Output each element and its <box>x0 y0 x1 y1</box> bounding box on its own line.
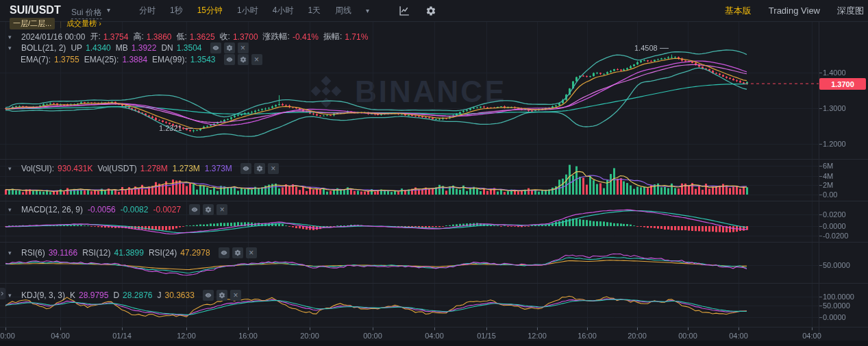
tab-interval-1w[interactable]: 周线 <box>335 5 351 16</box>
left-panel-expander[interactable]: › <box>0 288 5 299</box>
ohlc-legend-row: ▾ 2024/01/16 00:00 开:1.3754 高:1.3860 低:1… <box>8 31 368 42</box>
ema-legend-row: EMA(7):1.3755 EMA(25):1.3884 EMA(99):1.3… <box>21 54 262 65</box>
kdj-visibility-eye-icon[interactable] <box>203 290 214 301</box>
high-label: 高: <box>133 31 143 42</box>
kdj-d-label: D <box>113 291 119 300</box>
boll-visibility-eye-icon[interactable] <box>210 42 221 53</box>
pane-separator-rsi-kdj <box>0 283 868 284</box>
chart-toolbar: SUI/USDT Sui 价格 ▾ 分时 1秒 15分钟 1小时 4小时 1天 … <box>0 0 868 21</box>
macd-close-x-icon[interactable]: × <box>216 204 227 215</box>
ohlc-collapse-caret-icon[interactable]: ▾ <box>8 34 16 40</box>
tier-tag[interactable]: 一层/二层... <box>10 18 55 29</box>
chart-settings-gear-icon[interactable] <box>425 5 436 16</box>
open-value: 1.3754 <box>103 32 129 42</box>
vol-collapse-caret-icon[interactable]: ▾ <box>8 165 16 172</box>
ema25-value: 1.3884 <box>122 55 147 64</box>
amplitude-value: 1.71% <box>345 32 368 42</box>
ema-close-x-icon[interactable]: × <box>251 54 262 65</box>
amplitude-label: 振幅: <box>323 31 342 42</box>
rsi-axis-tick-label: 50.0000 <box>823 261 850 269</box>
time-axis-tick-label: 16:00 <box>578 332 597 340</box>
macd-settings-gear-icon[interactable] <box>203 204 214 215</box>
price-axis-tick-label: 1.2000 <box>823 140 846 148</box>
vol-usdt-value: 1.278M <box>140 164 168 173</box>
volume-legend-row: ▾ Vol(SUI):930.431K Vol(USDT)1.278M 1.27… <box>8 163 279 174</box>
boll-legend-row: ▾ BOLL(21, 2) UP1.4340 MB1.3922 DN1.3504… <box>8 42 249 53</box>
rsi-collapse-caret-icon[interactable]: ▾ <box>8 249 16 256</box>
boll-close-x-icon[interactable]: × <box>238 42 249 53</box>
tab-interval-1h[interactable]: 1小时 <box>237 5 258 16</box>
vol-visibility-eye-icon[interactable] <box>240 163 251 174</box>
time-axis-tick-label: 20:00 <box>628 332 647 340</box>
open-label: 开: <box>90 31 100 42</box>
kdj-k-label: K <box>70 291 75 300</box>
macd-visibility-eye-icon[interactable] <box>189 204 200 215</box>
tag-divider: | <box>60 20 62 28</box>
change-label: 涨跌幅: <box>263 31 290 42</box>
high-price-annotation: 1.4508 <box>634 44 669 52</box>
kdj-close-x-icon[interactable]: × <box>230 290 241 301</box>
time-axis-tick-label: 00:00 <box>678 332 697 340</box>
tab-interval-fenshi[interactable]: 分时 <box>139 5 156 16</box>
close-label: 收: <box>220 31 230 42</box>
kdj-d-value: 28.2876 <box>123 291 152 300</box>
rsi24-value: 47.2978 <box>180 248 210 258</box>
volume-axis-tick-label: 4M <box>823 172 833 180</box>
boll-collapse-caret-icon[interactable]: ▾ <box>8 45 16 51</box>
macd-collapse-caret-icon[interactable]: ▾ <box>8 206 16 213</box>
macd-hist-value: -0.0027 <box>153 205 181 214</box>
tab-basic-version[interactable]: 基本版 <box>725 5 752 17</box>
macd-legend-row: ▾ MACD(12, 26, 9) -0.0056 -0.0082 -0.002… <box>8 204 227 215</box>
kdj-settings-gear-icon[interactable] <box>216 290 227 301</box>
symbol-dropdown-caret-icon[interactable]: ▾ <box>107 6 110 14</box>
vol-settings-gear-icon[interactable] <box>254 163 265 174</box>
rsi-visibility-eye-icon[interactable] <box>219 247 230 258</box>
boll-title: BOLL(21, 2) <box>21 43 66 53</box>
price-axis-tick-label: 1.3000 <box>823 104 846 112</box>
pane-separator-price-vol <box>0 159 868 160</box>
price-axis-separator <box>819 21 819 341</box>
boll-settings-gear-icon[interactable] <box>224 42 235 53</box>
tab-interval-1d[interactable]: 1天 <box>308 5 321 16</box>
kdj-collapse-caret-icon[interactable]: ▾ <box>8 292 16 299</box>
tab-interval-1s[interactable]: 1秒 <box>170 5 183 16</box>
vol-close-x-icon[interactable]: × <box>268 163 279 174</box>
close-value: 1.3700 <box>233 32 258 42</box>
macd-axis-tick-label: 0.0200 <box>823 210 846 219</box>
time-axis-tick-label: 04:00 <box>51 332 70 340</box>
volume-axis-tick-label: 2M <box>823 181 833 189</box>
vol-ma5-value: 1.273M <box>173 164 200 173</box>
volume-axis-tick-label: 0.00 <box>823 190 837 199</box>
volume-rank-link[interactable]: 成交量榜 › <box>66 18 101 29</box>
chart-style-icon[interactable] <box>399 5 410 16</box>
ema-visibility-eye-icon[interactable] <box>224 54 235 65</box>
ema99-value: 1.3543 <box>190 55 216 64</box>
boll-up-value: 1.4340 <box>86 43 111 53</box>
interval-more-caret-icon[interactable]: ▾ <box>366 7 369 14</box>
ema-settings-gear-icon[interactable] <box>238 54 249 65</box>
toolbar-separator <box>0 21 868 22</box>
kdj-k-value: 28.9795 <box>79 291 108 300</box>
rsi-close-x-icon[interactable]: × <box>246 247 257 258</box>
boll-mb-value: 1.3922 <box>132 43 157 53</box>
vol-sui-value: 930.431K <box>58 164 92 173</box>
tab-interval-15m[interactable]: 15分钟 <box>197 5 223 16</box>
pane-separator-macd-rsi <box>0 242 868 243</box>
kdj-legend-row: ▾ KDJ(9, 3, 3) K28.9795 D28.2876 J30.363… <box>8 290 241 301</box>
kdj-j-label: J <box>158 291 162 300</box>
macd-axis-tick-label: -0.0200 <box>823 232 848 240</box>
vol-sui-label: Vol(SUI): <box>21 164 54 173</box>
tab-interval-4h[interactable]: 4小时 <box>273 5 294 16</box>
rsi6-label: RSI(6) <box>21 248 45 258</box>
time-axis-tick-label: 12:00 <box>528 332 547 340</box>
rsi6-value: 39.1166 <box>49 248 78 258</box>
rsi-settings-gear-icon[interactable] <box>232 247 243 258</box>
interval-tabs: 分时 1秒 15分钟 1小时 4小时 1天 周线 ▾ <box>139 0 436 21</box>
boll-up-label: UP <box>71 43 82 53</box>
boll-dn-label: DN <box>161 43 173 53</box>
change-value: -0.41% <box>293 32 319 42</box>
tab-depth-chart[interactable]: 深度图 <box>837 5 864 17</box>
tab-tradingview[interactable]: Trading View <box>769 5 820 16</box>
bottom-minimap-strip[interactable] <box>0 341 868 346</box>
candle-datetime: 2024/01/16 00:00 <box>21 32 85 42</box>
